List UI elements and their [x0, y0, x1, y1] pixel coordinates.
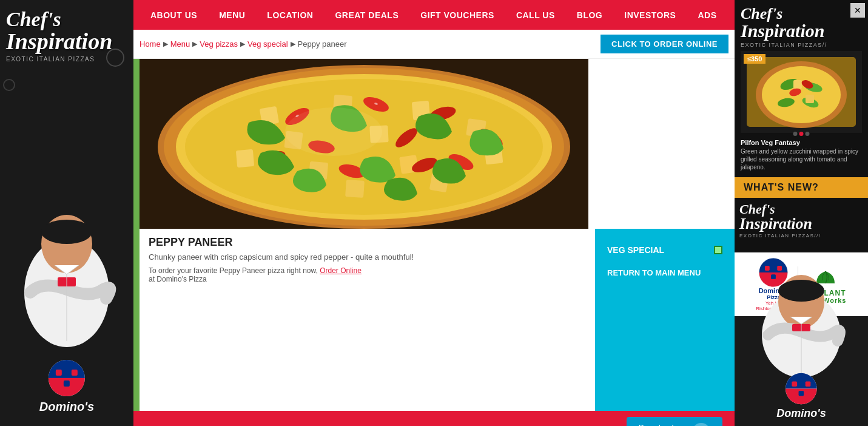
- nav-great-deals[interactable]: GREAT DEALS: [324, 0, 409, 30]
- svg-rect-47: [793, 80, 802, 89]
- ad-pizza-area: ≤350: [741, 51, 862, 136]
- ad-inspiration-title: Inspiration: [741, 22, 862, 40]
- chef-image-right-container: [735, 256, 868, 377]
- svg-rect-62: [806, 381, 811, 387]
- ad-subtitle: EXOTIC ITALIAN PIZZAS//: [741, 42, 862, 48]
- pizza-image: [140, 59, 588, 229]
- breadcrumb-veg-pizzas[interactable]: Veg pizzas: [200, 39, 238, 49]
- download-menu-button[interactable]: Download ourfull menu: [627, 417, 722, 426]
- pizza-order-text: To order your favorite Peppy Paneer pizz…: [149, 266, 586, 275]
- veg-special-menu-item[interactable]: VEG SPECIAL: [595, 238, 735, 262]
- chef-image-right: [741, 256, 862, 377]
- order-text-prefix: To order your favorite Peppy Paneer pizz…: [149, 266, 318, 275]
- pizza-description: PEPPY PANEER Chunky paneer with crisp ca…: [140, 229, 595, 411]
- svg-rect-20: [236, 149, 254, 167]
- svg-rect-63: [799, 391, 804, 396]
- return-label: Return to main menu: [607, 268, 701, 277]
- ad-dot-3[interactable]: [806, 132, 810, 136]
- order-online-button[interactable]: CLICK TO ORDER ONLINE: [601, 35, 728, 53]
- order-online-link[interactable]: Order Online: [320, 266, 362, 275]
- sep3: ▶: [240, 40, 245, 48]
- dominos-right-bottom: Domino's: [776, 372, 826, 420]
- main-area: PEPPY PANEER Chunky paneer with crisp ca…: [133, 59, 735, 411]
- ad-chefs-bottom: Chef's: [739, 203, 863, 216]
- ad-pizza-label: Pilfon Veg Fantasy: [741, 139, 862, 146]
- breadcrumb-bar: Home ▶ Menu ▶ Veg pizzas ▶ Veg special ▶…: [133, 30, 735, 59]
- right-sidebar: ✕ Chef's Inspiration EXOTIC ITALIAN PIZZ…: [735, 0, 868, 426]
- svg-point-42: [762, 66, 841, 123]
- svg-point-2: [41, 220, 92, 244]
- left-chefs-label: Chef's: [6, 9, 127, 30]
- breadcrumb-current: Peppy paneer: [298, 39, 347, 49]
- sep1: ▶: [163, 40, 168, 48]
- top-nav: ABOUT US MENU LOCATION GREAT DEALS GIFT …: [133, 0, 735, 30]
- left-sidebar: Chef's Inspiration EXOTIC ITALIAN PIZZAS: [0, 0, 133, 426]
- dominos-label-right: Domino's: [776, 407, 826, 420]
- main-content: ABOUT US MENU LOCATION GREAT DEALS GIFT …: [133, 0, 735, 426]
- description-area: PEPPY PANEER Chunky paneer with crisp ca…: [140, 229, 735, 411]
- ad-dot-1[interactable]: [793, 132, 798, 136]
- nav-location[interactable]: LOCATION: [256, 0, 324, 30]
- ad-panel-top: Chef's Inspiration EXOTIC ITALIAN PIZZAS…: [735, 0, 868, 177]
- breadcrumb: Home ▶ Menu ▶ Veg pizzas ▶ Veg special ▶…: [140, 39, 347, 49]
- pizza-store-text: at Domino's Pizza: [149, 275, 586, 283]
- svg-point-38: [285, 107, 382, 156]
- footer-strip: VEG PIZZAS | Non Veg Pizzas | Side Order…: [133, 411, 735, 426]
- breadcrumb-menu[interactable]: Menu: [170, 39, 190, 49]
- veg-special-label: VEG SPECIAL: [607, 245, 664, 255]
- left-inspiration-label: Inspiration: [6, 30, 127, 53]
- pizza-name: PEPPY PANEER: [149, 236, 586, 249]
- nav-about-us[interactable]: ABOUT US: [140, 0, 208, 30]
- veg-dot-icon: [714, 246, 722, 254]
- pizza-description-text: Chunky paneer with crisp capsicum and sp…: [149, 252, 586, 262]
- ad-price-badge: ≤350: [744, 54, 765, 64]
- nav-menu[interactable]: MENU: [208, 0, 256, 30]
- ad-chefs-title: Chef's: [741, 6, 862, 22]
- breadcrumb-veg-special[interactable]: Veg special: [247, 39, 288, 49]
- svg-rect-25: [345, 180, 365, 198]
- download-label: Download ourfull menu: [639, 423, 687, 426]
- return-menu-item[interactable]: Return to main menu: [595, 262, 735, 283]
- green-strip: [133, 59, 140, 411]
- svg-rect-7: [72, 370, 78, 376]
- side-menu: VEG SPECIAL Return to main menu: [595, 229, 735, 411]
- nav-gift-vouchers[interactable]: GIFT VOUCHERS: [409, 0, 505, 30]
- download-icon: [692, 423, 710, 426]
- close-button[interactable]: ✕: [850, 3, 865, 18]
- ad-nav-dots: [793, 132, 810, 136]
- svg-rect-61: [792, 381, 798, 387]
- nav-call-us[interactable]: CALL US: [505, 0, 566, 30]
- svg-point-57: [778, 280, 824, 302]
- ad-exotic-bottom: EXOTIC ITALIAN PIZZAS///: [739, 233, 863, 238]
- whats-new-bar: WHAT'S NEW?: [735, 177, 868, 198]
- nav-blog[interactable]: BLOG: [566, 0, 613, 30]
- svg-rect-6: [56, 370, 62, 376]
- nav-investors[interactable]: INVESTORS: [613, 0, 687, 30]
- ad-inspiration-bottom: Inspiration: [739, 216, 863, 232]
- breadcrumb-home[interactable]: Home: [140, 39, 161, 49]
- pizza-section: PEPPY PANEER Chunky paneer with crisp ca…: [140, 59, 735, 411]
- dominos-label-left: Domino's: [39, 400, 94, 414]
- nav-ads[interactable]: ADS: [687, 0, 727, 30]
- sep4: ▶: [291, 40, 295, 48]
- chef-image-left: [6, 171, 127, 353]
- dominos-logo-left: Domino's: [39, 359, 94, 414]
- svg-rect-8: [64, 380, 70, 387]
- svg-rect-48: [806, 95, 814, 103]
- ad-pizza-desc: Green and yellow zucchini wrapped in spi…: [741, 147, 862, 171]
- sep2: ▶: [192, 40, 197, 48]
- ad-dot-2[interactable]: [799, 132, 804, 136]
- ad-panel-bottom: Chef's Inspiration EXOTIC ITALIAN PIZZAS…: [735, 198, 868, 252]
